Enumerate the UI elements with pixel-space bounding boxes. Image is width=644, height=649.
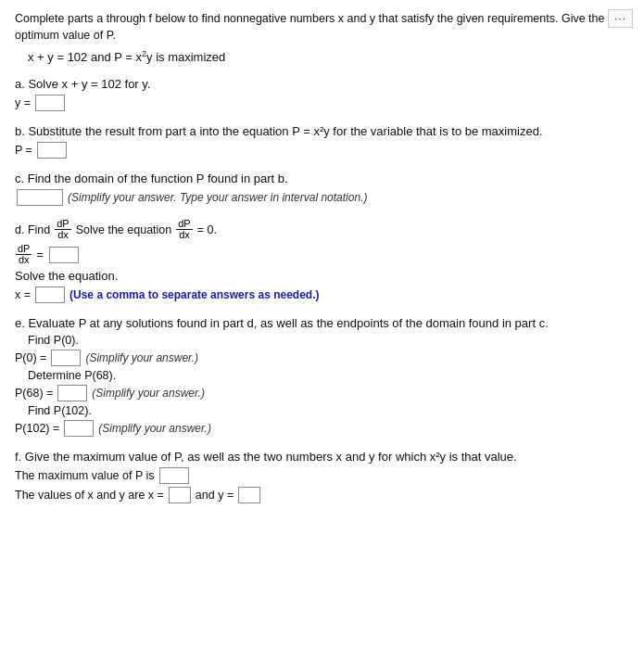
values-label: The values of x and y are x =	[15, 489, 164, 502]
domain-answer-box[interactable]	[17, 189, 63, 206]
part-c-section: c. Find the domain of the function P fou…	[15, 172, 629, 206]
dp-denom-2: dx	[177, 230, 192, 240]
p0-answer-row: P(0) = (Simplify your answer.)	[15, 350, 629, 366]
x-label: x =	[15, 288, 31, 301]
y-answer-box[interactable]	[35, 95, 65, 111]
part-c-note: (Simplify your answer. Type your answer …	[68, 191, 367, 204]
find-p102-label: Find P(102).	[28, 404, 629, 417]
and-label: and y =	[196, 489, 234, 502]
formula-text: x + y = 102 and P = x2y is maximized	[28, 49, 629, 64]
comma-note: (Use a comma to separate answers as need…	[69, 288, 319, 301]
p0-label: P(0) =	[15, 351, 46, 364]
p68-answer-row: P(68) = (Simplify your answer.)	[15, 385, 629, 401]
p0-note: (Simplify your answer.)	[85, 351, 198, 364]
y-equals-label: y =	[15, 96, 31, 109]
instructions-text: Complete parts a through f below to find…	[15, 11, 629, 44]
part-a-answer-row: y =	[15, 95, 629, 111]
p68-note: (Simplify your answer.)	[92, 387, 205, 400]
equals-label-d: =	[36, 248, 43, 261]
part-d-solve-label: Solve the equation	[76, 223, 172, 236]
determine-p68-label: Determine P(68).	[28, 369, 629, 382]
p-answer-box[interactable]	[37, 142, 67, 159]
find-p0-label: Find P(0).	[28, 334, 629, 347]
solve-equation-label: Solve the equation.	[15, 269, 629, 283]
main-page: ··· Complete parts a through f below to …	[0, 0, 644, 649]
dp-denom: dx	[56, 230, 70, 240]
part-b-answer-row: P =	[15, 142, 629, 159]
dp-denom-ans: dx	[17, 255, 32, 265]
p102-label: P(102) =	[15, 422, 59, 435]
part-d-section: d. Find dP dx Solve the equation dP dx =…	[15, 219, 629, 303]
max-answer-box[interactable]	[159, 467, 189, 484]
part-b-label: b. Substitute the result from part a int…	[15, 124, 629, 138]
p102-answer-box[interactable]	[64, 420, 94, 437]
x-answer-box[interactable]	[35, 286, 65, 303]
p0-answer-box[interactable]	[51, 350, 81, 366]
p102-answer-row: P(102) = (Simplify your answer.)	[15, 420, 629, 437]
max-label: The maximum value of P is	[15, 469, 155, 482]
part-c-answer-row: (Simplify your answer. Type your answer …	[15, 189, 629, 206]
part-c-label: c. Find the domain of the function P fou…	[15, 172, 629, 185]
part-e-label: e. Evaluate P at any solutions found in …	[15, 316, 629, 330]
part-d-find-row: d. Find dP dx Solve the equation dP dx =…	[15, 219, 629, 240]
x-value-box[interactable]	[169, 487, 191, 503]
dp-dx-fraction: dP dx	[55, 219, 70, 240]
equals-zero-label: = 0.	[197, 223, 217, 236]
dp-dx-answer-box[interactable]	[49, 247, 79, 263]
max-value-row: The maximum value of P is	[15, 467, 629, 484]
part-f-section: f. Give the maximum value of P, as well …	[15, 450, 629, 503]
part-a-label: a. Solve x + y = 102 for y.	[15, 77, 629, 91]
p-equals-label: P =	[15, 144, 32, 157]
xy-values-row: The values of x and y are x = and y =	[15, 487, 629, 503]
p102-note: (Simplify your answer.)	[98, 422, 211, 435]
dp-dx-answer-fraction: dP dx	[16, 244, 32, 265]
formula-content: x + y = 102 and P = x2y is maximized	[28, 49, 225, 64]
dp-dx-answer-row: dP dx =	[15, 244, 629, 265]
part-f-label: f. Give the maximum value of P, as well …	[15, 450, 629, 464]
part-e-section: e. Evaluate P at any solutions found in …	[15, 316, 629, 437]
more-options-button[interactable]: ···	[608, 9, 633, 28]
p68-answer-box[interactable]	[57, 385, 87, 401]
x-answer-row: x = (Use a comma to separate answers as …	[15, 286, 629, 303]
dp-dx-fraction-2: dP dx	[176, 219, 192, 240]
part-a-section: a. Solve x + y = 102 for y. y =	[15, 77, 629, 111]
part-d-find-label: d. Find	[15, 223, 50, 236]
p68-label: P(68) =	[15, 387, 53, 400]
part-b-section: b. Substitute the result from part a int…	[15, 124, 629, 159]
y-value-box[interactable]	[238, 487, 260, 503]
